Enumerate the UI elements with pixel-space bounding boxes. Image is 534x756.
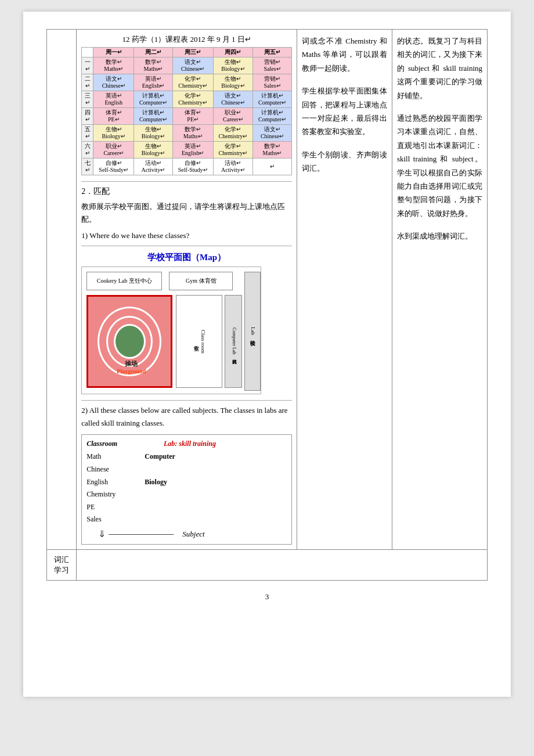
map-playground: 操场 Playground xyxy=(86,295,172,388)
r6c5: 数学↵Maths↵ xyxy=(253,142,292,159)
schedule-row-1: 一↵ 数学↵Maths↵ 数学↵Maths↵ 语文↵Chinese↵ 生物↵Bi… xyxy=(82,57,292,74)
playground-ring-3 xyxy=(114,324,146,359)
vocab-arrow-row: ⇓ ———————— Subject xyxy=(86,528,287,539)
schedule-header-empty xyxy=(82,48,93,57)
r7c5: ↵ xyxy=(253,159,292,175)
map-computer-lab: Computer Lab 计算机房 xyxy=(225,295,242,388)
vocab-item-chinese: Chinese xyxy=(86,463,116,476)
row-num-5: 五↵ xyxy=(82,125,93,142)
map-container: Cookery Lab 烹饪中心 Gym 体育馆 Lab 实验楼 xyxy=(81,267,261,394)
left-label-cell: 词汇学习 xyxy=(47,550,77,581)
schedule-row-4: 四↵ 体育↵PE↵ 计算机↵Computer↵ 体育↵PE↵ 职业↵Career… xyxy=(82,108,292,125)
r1c1: 数学↵Maths↵ xyxy=(93,57,134,74)
vocab-item-blank3 xyxy=(145,501,175,514)
empty-cell-tl xyxy=(47,30,77,550)
right2-bottom-text: 通过熟悉的校园平面图学习本课重点词汇，自然、直观地引出本课新词汇：skill t… xyxy=(397,111,482,220)
r2c3: 化学↵Chemistry↵ xyxy=(172,74,213,91)
schedule-table: 周一↵ 周二↵ 周三↵ 周四↵ 周五↵ 一↵ 数学↵Maths↵ xyxy=(81,47,292,175)
r3c4: 语文↵Chinese↵ xyxy=(213,91,253,108)
map-classroom: Class room教室 xyxy=(176,295,222,388)
divider-3 xyxy=(81,400,292,401)
divider-2 xyxy=(81,246,292,246)
vocab-item-blank2 xyxy=(145,488,175,501)
right-col-1: 词或念不准 Chemistry 和 Maths 等单词，可以跟着教师一起朗读。 … xyxy=(297,30,392,550)
vocab-item-computer: Computer xyxy=(145,451,175,463)
r4c3: 体育↵PE↵ xyxy=(172,108,213,125)
schedule-header-tue: 周二↵ xyxy=(134,48,173,57)
section2-title: 2．匹配 xyxy=(81,186,292,197)
vocab-header: Classroom Lab: skill training xyxy=(86,440,287,448)
r2c2: 英语↵English↵ xyxy=(134,74,173,91)
r2c5: 营销↵Sales↵ xyxy=(253,74,292,91)
map-title: 学校平面图（Map） xyxy=(81,252,292,263)
map-section: 学校平面图（Map） Cookery Lab 烹饪中心 Gym 体育馆 Lab … xyxy=(81,252,292,394)
r6c2: 生物↵Biology↵ xyxy=(134,142,173,159)
r1c4: 生物↵Biology↵ xyxy=(213,57,253,74)
schedule-row-3: 三↵ 英语↵English 计算机↵Computer↵ 化学↵Chemistry… xyxy=(82,91,292,108)
vocab-item-biology: Biology xyxy=(145,476,175,489)
right1-top-text: 词或念不准 Chemistry 和 Maths 等单词，可以跟着教师一起朗读。 xyxy=(302,34,387,75)
playground-label-en: Playground xyxy=(88,368,174,375)
page-number: 3 xyxy=(46,592,488,602)
left-label-text: 词汇学习 xyxy=(54,555,69,574)
row-num-6: 六↵ xyxy=(82,142,93,159)
r7c1: 自修↵Self-Study↵ xyxy=(93,159,134,175)
schedule-header-thu: 周四↵ xyxy=(213,48,253,57)
main-content-cell: 12 药学（1）课程表 2012 年 9 月 1 日↵ 周一↵ 周二↵ 周三↵ … xyxy=(77,30,297,550)
row-num-3: 三↵ xyxy=(82,91,93,108)
r7c4: 活动↵Activity↵ xyxy=(213,159,253,175)
schedule-header-mon: 周一↵ xyxy=(93,48,134,57)
r1c2: 数学↵Maths↵ xyxy=(134,57,173,74)
schedule-row-6: 六↵ 职业↵Career↵ 生物↵Biology↵ 英语↵English↵ 化学… xyxy=(82,142,292,159)
r2c4: 生物↵Biology↵ xyxy=(213,74,253,91)
r3c3: 化学↵Chemistry↵ xyxy=(172,91,213,108)
r2c1: 语文↵Chinese↵ xyxy=(93,74,134,91)
schedule-header-fri: 周五↵ xyxy=(253,48,292,57)
map-gym: Gym 体育馆 xyxy=(169,272,233,290)
vocab-columns: Math Chinese English Chemistry PE Sales … xyxy=(86,451,287,526)
right1-bottom2-text: 学生个别朗读、齐声朗读词汇。 xyxy=(302,148,387,175)
row-num-2: 二↵ xyxy=(82,74,93,91)
section2-question: 1) Where do we have these classes? xyxy=(81,229,292,242)
schedule-header-wed: 周三↵ xyxy=(172,48,213,57)
vocab-item-pe: PE xyxy=(86,501,116,514)
main-table: 12 药学（1）课程表 2012 年 9 月 1 日↵ 周一↵ 周二↵ 周三↵ … xyxy=(46,29,488,581)
vocab-arrow-icon: ⇓ xyxy=(98,528,106,539)
r5c3: 数学↵Maths↵ xyxy=(172,125,213,142)
row-num-4: 四↵ xyxy=(82,108,93,125)
row-num-1: 一↵ xyxy=(82,57,93,74)
schedule-row-2: 二↵ 语文↵Chinese↵ 英语↵English↵ 化学↵Chemistry↵… xyxy=(82,74,292,91)
vocab-lab-label: Lab: skill training xyxy=(164,440,216,448)
vocab-col-1: Math Chinese English Chemistry PE Sales xyxy=(86,451,116,526)
vocab-item-sales: Sales xyxy=(86,513,116,526)
r4c4: 职业↵Career↵ xyxy=(213,108,253,125)
empty-bottom xyxy=(77,550,488,581)
r4c2: 计算机↵Computer↵ xyxy=(134,108,173,125)
schedule-title: 12 药学（1）课程表 2012 年 9 月 1 日↵ xyxy=(81,34,292,45)
vocab-section: Classroom Lab: skill training Math Chine… xyxy=(81,434,292,545)
vocab-classroom-label: Classroom xyxy=(86,440,117,448)
r7c3: 自修↵Self-Study↵ xyxy=(172,159,213,175)
vocab-subject-label: Subject xyxy=(182,530,204,539)
vocab-item-chemistry: Chemistry xyxy=(86,488,116,501)
map-lab-side: Lab 实验楼 xyxy=(244,272,261,391)
r5c5: 语文↵Chinese↵ xyxy=(253,125,292,142)
schedule-row-5: 五↵ 生物↵Biology↵ 生物↵Biology↵ 数学↵Maths↵ 化学↵… xyxy=(82,125,292,142)
right-col-2: 的状态。既复习了与科目相关的词汇，又为接下来的 subject 和 skill … xyxy=(392,30,487,550)
r7c2: 活动↵Activity↵ xyxy=(134,159,173,175)
r3c5: 计算机↵Computer↵ xyxy=(253,91,292,108)
r5c1: 生物↵Biology↵ xyxy=(93,125,134,142)
vocab-item-blank1 xyxy=(145,463,175,476)
r1c5: 营销↵Sales↵ xyxy=(253,57,292,74)
right1-bottom-text: 学生根据学校平面图集体回答，把课程与上课地点一一对应起来，最后得出答案教室和实验… xyxy=(302,84,387,139)
row-num-7: 七↵ xyxy=(82,159,93,175)
vocab-item-math: Math xyxy=(86,451,116,463)
divider-1 xyxy=(81,181,292,182)
r5c4: 化学↵Chemistry↵ xyxy=(213,125,253,142)
playground-label-cn: 操场 xyxy=(88,359,174,368)
right2-bottom2-text: 水到渠成地理解词汇。 xyxy=(397,229,482,243)
r6c4: 化学↵Chemistry↵ xyxy=(213,142,253,159)
right2-top-text: 的状态。既复习了与科目相关的词汇，又为接下来的 subject 和 skill … xyxy=(397,34,482,102)
vocab-col-2: Computer Biology xyxy=(145,451,175,526)
r4c5: 计算机↵Computer↵ xyxy=(253,108,292,125)
